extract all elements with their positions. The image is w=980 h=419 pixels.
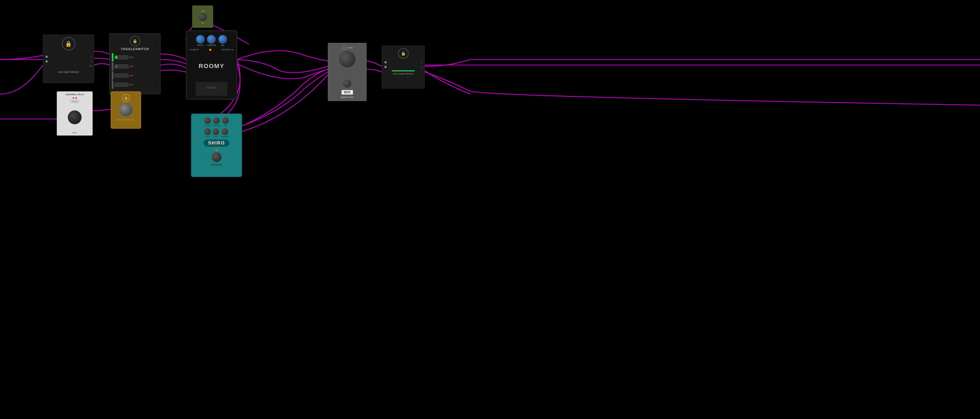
shiro-knobs-top: DECAY DAMPING MIX bbox=[204, 117, 229, 126]
auto-input-selector-plugin: 🔒 ⬤ ⬤ 1 2 M Auto Input Selector bbox=[43, 35, 94, 83]
ctcv-title: CONTROL TO CV bbox=[65, 93, 84, 96]
shiro-led bbox=[216, 149, 218, 151]
switchbox-label: SWITCHBOX bbox=[117, 118, 135, 121]
switchbox-plugin: 🔒 SWITCHBOX bbox=[111, 91, 141, 129]
decay-label: DECAY bbox=[197, 44, 204, 46]
mix-label: MIX bbox=[221, 44, 224, 46]
ctcv-knob-area bbox=[68, 104, 82, 131]
switchbox-icon: 🔒 bbox=[122, 94, 130, 102]
switchbox-knob[interactable] bbox=[119, 103, 133, 117]
shiro-logo-box: SHIRO bbox=[204, 140, 229, 147]
roomy-display: OPENAV bbox=[196, 82, 228, 96]
io-row: ➡ INPUT OUTPUT ➡ bbox=[189, 48, 234, 51]
gain-label-row: i GAIN bbox=[342, 45, 353, 50]
ctcv-badge: MOD bbox=[73, 132, 77, 134]
control-to-cv-plugin: CONTROL TO CV control MOD bbox=[57, 91, 93, 135]
plugin-label: Auto Input Selector bbox=[58, 70, 79, 73]
output-right-labels: 1 2 bbox=[421, 61, 422, 68]
roomy-knobs: DECAY DAMPING MIX bbox=[196, 35, 227, 46]
volume-knob-control[interactable] bbox=[199, 13, 207, 21]
gain-knob2[interactable] bbox=[343, 80, 352, 88]
auto-output-selector-plugin: 🔒 ⬤⬤ 1 2 Auto Output Selector bbox=[382, 46, 425, 89]
stereo-gain-label: Stereo Gain bbox=[340, 96, 354, 99]
shiro-label: Shiroverb bbox=[211, 163, 222, 166]
gain-knob[interactable] bbox=[339, 51, 356, 67]
shiro-ratio-knob[interactable] bbox=[204, 128, 211, 135]
lock-icon: 🔒 bbox=[65, 40, 72, 47]
shiro-footswitch[interactable] bbox=[212, 152, 222, 162]
shiro-decay-knob[interactable] bbox=[204, 117, 211, 124]
mix-knob[interactable] bbox=[218, 35, 227, 44]
shiro-damping-knob[interactable] bbox=[213, 117, 220, 124]
mod-badge: MOD bbox=[341, 90, 353, 95]
plugin-title: TOGGLESWITCH bbox=[121, 47, 149, 51]
port-labels-right: 1 2 M bbox=[90, 53, 92, 69]
ctcv-leds bbox=[73, 97, 77, 99]
toggle-switch-plugin: 🔒 TOGGLESWITCH OFF OFF OFF OFF bbox=[109, 33, 161, 94]
shiro-mix-knob[interactable] bbox=[222, 117, 229, 124]
output-selector-icon: 🔒 bbox=[398, 48, 409, 59]
damping-knob[interactable] bbox=[207, 35, 216, 44]
roomy-plugin: DECAY DAMPING MIX ➡ INPUT OUTPUT ➡ ROOMY… bbox=[186, 30, 237, 100]
plugin-icon: 🔒 bbox=[62, 37, 75, 50]
output-port-rows: ⬤⬤ 1 2 bbox=[384, 60, 422, 69]
led-indicator bbox=[209, 49, 212, 51]
stereo-gain-plugin: i GAIN MOD Stereo Gain bbox=[328, 43, 367, 101]
toggle-rows: OFF OFF OFF OFF bbox=[112, 52, 158, 90]
left-ports: ⬤ ⬤ bbox=[45, 53, 48, 69]
roomy-logo: ROOMY bbox=[199, 51, 224, 81]
output-selector-label: Auto Output Selector bbox=[393, 73, 414, 75]
shiro-shimmer-knob[interactable] bbox=[222, 128, 228, 135]
shiro-time-knob[interactable] bbox=[213, 128, 219, 135]
output-active-bar bbox=[392, 70, 414, 72]
ctcv-display: control bbox=[70, 100, 79, 103]
plugin-icon: 🔒 bbox=[130, 36, 140, 46]
damping-label: DAMPING bbox=[207, 44, 216, 46]
ctcv-knob[interactable] bbox=[68, 110, 82, 124]
decay-knob[interactable] bbox=[196, 35, 205, 44]
volume-knob-plugin: -inf dB bbox=[192, 6, 213, 28]
volume-display: -inf bbox=[201, 10, 204, 13]
shiro-plugin: DECAY DAMPING MIX RATIO TIME SHIMMER SHI… bbox=[191, 113, 242, 177]
shiro-knobs-bottom: RATIO TIME SHIMMER bbox=[204, 128, 229, 137]
output-left-ports: ⬤⬤ bbox=[384, 61, 387, 68]
volume-unit: dB bbox=[201, 22, 204, 24]
